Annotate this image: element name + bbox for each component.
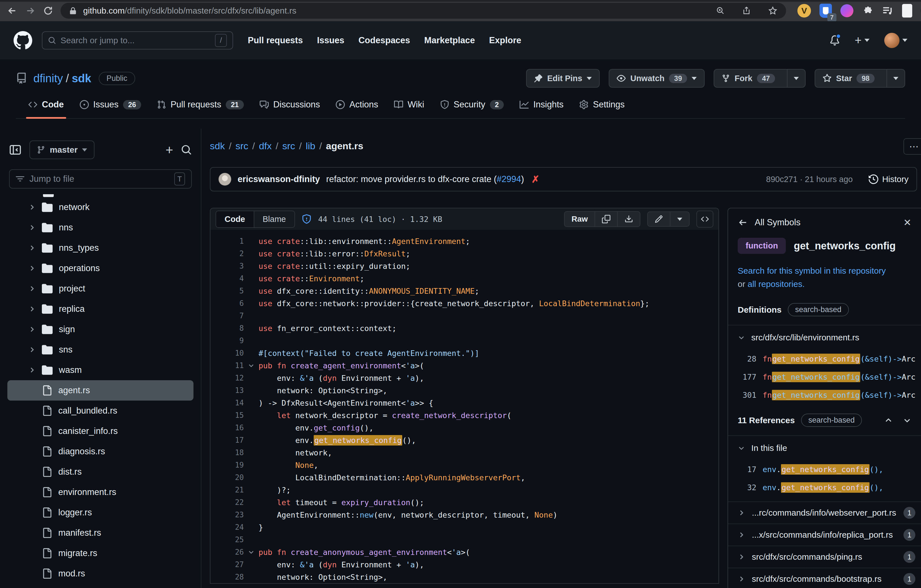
definitions-file-group[interactable]: src/dfx/src/lib/environment.rs <box>728 325 921 350</box>
edit-dropdown[interactable] <box>670 212 689 226</box>
code-line[interactable]: 11pub fn create_agent_environment<'a>( <box>210 359 718 372</box>
tab-code[interactable]: Code <box>216 211 254 227</box>
extensions-puzzle-icon[interactable] <box>862 5 873 16</box>
header-nav-marketplace[interactable]: Marketplace <box>424 35 475 45</box>
next-reference-icon[interactable] <box>903 416 911 425</box>
fold-chevron-icon[interactable] <box>244 362 259 369</box>
code-line[interactable]: 21 )?; <box>210 484 718 496</box>
code-line[interactable]: 18 network, <box>210 447 718 459</box>
tree-folder-replica[interactable]: replica <box>0 299 201 319</box>
line-number[interactable]: 10 <box>210 349 244 357</box>
line-number[interactable]: 6 <box>210 299 244 307</box>
symbols-panel-button[interactable] <box>696 211 713 227</box>
code-shield-icon[interactable] <box>302 214 311 224</box>
tab-code[interactable]: Code <box>20 99 72 118</box>
line-number[interactable]: 3 <box>210 262 244 270</box>
code-line[interactable]: 25 <box>210 533 718 546</box>
code-line[interactable]: 7 <box>210 310 718 322</box>
line-number[interactable]: 18 <box>210 448 244 457</box>
extension-shield-icon[interactable]: 7 <box>819 4 832 18</box>
definition-row-line-177[interactable]: 177fn get_networks_config(&self) -> Arc <box>728 368 921 386</box>
code-line[interactable]: 6use dfx_core::network::provider::{creat… <box>210 297 718 310</box>
pr-link[interactable]: #2994 <box>497 174 521 184</box>
playlist-icon[interactable] <box>882 5 893 17</box>
user-menu[interactable] <box>884 33 908 48</box>
tab-blame[interactable]: Blame <box>254 211 295 227</box>
reference-file-row[interactable]: ...x/src/commands/info/replica_port.rs1 <box>728 523 921 546</box>
tree-file-dist-rs[interactable]: dist.rs <box>0 461 201 482</box>
commit-author[interactable]: ericswanson-dfinity <box>238 174 320 184</box>
code-line[interactable]: 5use dfx_core::identity::ANONYMOUS_IDENT… <box>210 285 718 297</box>
line-number[interactable]: 20 <box>210 473 244 482</box>
code-line[interactable]: 23 AgentEnvironment::new(env, network_de… <box>210 508 718 521</box>
code-line[interactable]: 24} <box>210 521 718 533</box>
ci-status-failed-icon[interactable]: ✗ <box>532 174 540 185</box>
history-link[interactable]: History <box>869 174 908 184</box>
repo-owner-link[interactable]: dfinity <box>33 72 63 84</box>
line-number[interactable]: 9 <box>210 336 244 345</box>
more-options-button[interactable]: ⋯ <box>903 138 921 154</box>
reference-file-row[interactable]: src/dfx/src/commands/bootstrap.rs1 <box>728 568 921 588</box>
close-icon[interactable]: ✕ <box>903 217 912 228</box>
tab-security[interactable]: Security2 <box>432 99 512 118</box>
reference-file-row[interactable]: ...rc/commands/info/webserver_port.rs1 <box>728 502 921 523</box>
reference-row-line-32[interactable]: 32env.get_networks_config(), <box>728 478 921 496</box>
browser-forward-icon[interactable] <box>25 5 36 16</box>
repo-name-link[interactable]: sdk <box>72 72 91 84</box>
tree-folder-sign[interactable]: sign <box>0 319 201 339</box>
edit-pins-button[interactable]: Edit Pins <box>526 69 600 88</box>
breadcrumb-link[interactable]: src <box>235 140 248 151</box>
tab-discussions[interactable]: Discussions <box>252 99 328 118</box>
code-line[interactable]: 3use crate::util::expiry_duration; <box>210 260 718 272</box>
reference-file-row[interactable]: src/dfx/src/commands/ping.rs1 <box>728 546 921 568</box>
github-logo-icon[interactable] <box>13 31 32 50</box>
line-number[interactable]: 26 <box>210 548 244 556</box>
line-number[interactable]: 12 <box>210 374 244 382</box>
bookmark-star-icon[interactable] <box>768 6 778 16</box>
tree-folder-sns[interactable]: sns <box>0 339 201 360</box>
code-line[interactable]: 27 env: &'a (dyn Environment + 'a), <box>210 558 718 571</box>
line-number[interactable]: 8 <box>210 324 244 333</box>
tree-file-call_bundled-rs[interactable]: call_bundled.rs <box>0 401 201 421</box>
reference-row-line-17[interactable]: 17env.get_networks_config(), <box>728 460 921 478</box>
breadcrumb-link[interactable]: sdk <box>210 140 225 151</box>
extension-v-icon[interactable]: V <box>797 4 811 18</box>
line-number[interactable]: 25 <box>210 535 244 544</box>
line-number[interactable]: 15 <box>210 411 244 419</box>
line-number[interactable]: 13 <box>210 386 244 395</box>
create-new-button[interactable]: + <box>854 34 869 46</box>
code-line[interactable]: 8use fn_error_context::context; <box>210 322 718 335</box>
in-this-file-group[interactable]: In this file <box>728 436 921 460</box>
address-bar[interactable]: github.com/dfinity/sdk/blob/master/src/d… <box>60 3 786 19</box>
tab-issues[interactable]: Issues26 <box>72 99 149 118</box>
breadcrumb-link[interactable]: lib <box>306 140 316 151</box>
fork-dropdown[interactable] <box>787 70 805 87</box>
commit-message[interactable]: refactor: move provider.rs to dfx-core c… <box>326 174 524 184</box>
tab-settings[interactable]: Settings <box>571 99 633 118</box>
tree-folder-project[interactable]: project <box>0 278 201 299</box>
add-file-icon[interactable]: + <box>166 142 173 158</box>
code-line[interactable]: 15 let network_descriptor = create_netwo… <box>210 409 718 421</box>
sidebar-panel-icon[interactable] <box>902 4 912 18</box>
tree-file-environment-rs[interactable]: environment.rs <box>0 482 201 502</box>
line-number[interactable]: 21 <box>210 486 244 494</box>
tab-wiki[interactable]: Wiki <box>386 99 432 118</box>
header-nav-explore[interactable]: Explore <box>489 35 521 45</box>
tree-file-diagnosis-rs[interactable]: diagnosis.rs <box>0 441 201 461</box>
raw-button[interactable]: Raw <box>565 212 595 226</box>
jump-to-file-input[interactable]: Jump to file T <box>9 169 192 188</box>
line-number[interactable]: 4 <box>210 274 244 283</box>
line-number[interactable]: 7 <box>210 312 244 320</box>
branch-selector[interactable]: master <box>29 140 94 159</box>
code-line[interactable]: 17 env.get_networks_config(), <box>210 434 718 447</box>
code-line[interactable]: 2use crate::lib::error::DfxResult; <box>210 247 718 260</box>
notifications-bell-icon[interactable] <box>830 35 840 45</box>
all-symbols-label[interactable]: All Symbols <box>755 218 801 227</box>
back-arrow-icon[interactable] <box>738 218 748 227</box>
star-dropdown[interactable] <box>887 70 905 87</box>
download-icon[interactable] <box>617 212 640 226</box>
tree-file-agent-rs[interactable]: agent.rs <box>7 380 194 401</box>
code-line[interactable]: 28 network: Option<String>, <box>210 571 718 583</box>
definition-row-line-301[interactable]: 301fn get_networks_config(&self) -> Arc <box>728 386 921 404</box>
extension-loop-icon[interactable] <box>840 4 853 17</box>
